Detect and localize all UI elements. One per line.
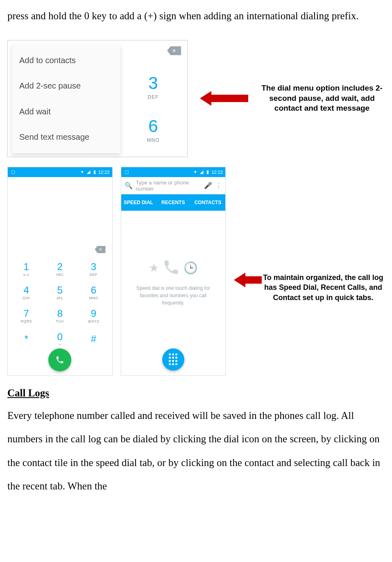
battery-icon: ▮: [93, 169, 96, 175]
wifi-icon: ▾: [194, 169, 197, 175]
status-bar: ▢ ▾ ◢ ▮ 12:22: [121, 167, 226, 177]
speed-dial-graphic: ★ 🕒: [149, 258, 198, 278]
status-bar: ▢ ▾ ◢ ▮ 12:22: [8, 167, 112, 177]
key-hash[interactable]: #: [77, 328, 110, 351]
arrow-left-icon: [200, 91, 248, 106]
key-6-sub: MNO: [147, 137, 160, 143]
wifi-icon: ▾: [81, 169, 84, 175]
clock-icon: 🕒: [184, 261, 198, 275]
tab-contacts[interactable]: CONTACTS: [190, 194, 225, 211]
backspace-icon[interactable]: ✕: [167, 46, 181, 55]
figure-dial-menu: Add to contacts Add 2-sec pause Add wait…: [7, 40, 385, 157]
key-9[interactable]: 9WXYZ: [77, 304, 110, 328]
key-3[interactable]: 3DEF: [77, 257, 110, 281]
figure-tabs: ▢ ▾ ◢ ▮ 12:22 ✕ 1o.o 2ABC 3DEF 4GHI 5JKL…: [7, 167, 385, 376]
keypad: 1o.o 2ABC 3DEF 4GHI 5JKL 6MNO 7PQRS 8TUV…: [8, 257, 112, 351]
key-0[interactable]: 0+: [43, 328, 77, 351]
search-placeholder: Type a name or phone number: [136, 180, 201, 192]
key-1[interactable]: 1o.o: [9, 257, 43, 281]
battery-icon: ▮: [206, 169, 209, 175]
call-button[interactable]: [48, 348, 71, 371]
intro-paragraph: press and hold the 0 key to add a (+) si…: [7, 4, 385, 28]
key-3-sub: DEF: [148, 94, 159, 100]
screenshot-speed-dial: ▢ ▾ ◢ ▮ 12:22 🔍 Type a name or phone num…: [121, 167, 226, 376]
callout-tabs: To maintain organized, the call log has …: [262, 273, 385, 303]
key-3[interactable]: 3 DEF: [120, 73, 186, 100]
arrow-left-icon: [234, 273, 262, 287]
dial-menu-screenshot: Add to contacts Add 2-sec pause Add wait…: [7, 40, 188, 157]
menu-send-text[interactable]: Send text message: [12, 124, 120, 150]
callout-dial-menu: The dial menu option includes 2-second p…: [261, 83, 383, 114]
key-star[interactable]: *: [9, 328, 43, 351]
key-6[interactable]: 6 MNO: [120, 116, 186, 143]
menu-add-contacts[interactable]: Add to contacts: [12, 48, 120, 73]
speed-dial-message: Speed dial is one touch dialing for favo…: [134, 284, 213, 307]
key-3-num: 3: [120, 73, 186, 93]
speed-dial-empty: ★ 🕒 Speed dial is one touch dialing for …: [121, 211, 226, 354]
status-time: 12:22: [98, 170, 110, 175]
key-5[interactable]: 5JKL: [43, 281, 77, 304]
overflow-icon[interactable]: ⋮: [215, 182, 222, 189]
dial-keys-partial: ✕ 3 DEF 6 MNO: [120, 45, 186, 152]
key-7[interactable]: 7PQRS: [9, 304, 43, 328]
tab-speed-dial[interactable]: SPEED DIAL: [121, 194, 156, 211]
star-icon: ★: [149, 261, 159, 275]
dial-popup-menu: Add to contacts Add 2-sec pause Add wait…: [12, 45, 120, 153]
screenshot-dialer: ▢ ▾ ◢ ▮ 12:22 ✕ 1o.o 2ABC 3DEF 4GHI 5JKL…: [7, 167, 113, 376]
signal-icon: ◢: [200, 169, 203, 175]
key-6[interactable]: 6MNO: [77, 281, 110, 304]
menu-add-wait[interactable]: Add wait: [12, 99, 120, 124]
phone-icon: [55, 355, 64, 364]
picture-icon: ▢: [125, 169, 129, 174]
picture-icon: ▢: [11, 169, 15, 174]
tabs-row: SPEED DIAL RECENTS CONTACTS: [121, 194, 226, 211]
dialpad-fab[interactable]: [162, 348, 184, 371]
key-4[interactable]: 4GHI: [9, 281, 43, 304]
signal-icon: ◢: [87, 169, 90, 175]
dial-display: ✕: [8, 177, 112, 257]
key-2[interactable]: 2ABC: [43, 257, 77, 281]
tab-recents[interactable]: RECENTS: [156, 194, 190, 211]
key-8[interactable]: 8TUV: [43, 304, 77, 328]
mic-icon[interactable]: 🎤: [204, 182, 212, 189]
menu-add-pause[interactable]: Add 2-sec pause: [12, 73, 120, 99]
heading-call-logs: Call Logs: [7, 387, 385, 399]
backspace-icon[interactable]: ✕: [95, 246, 106, 253]
dialpad-icon: [169, 353, 177, 365]
search-icon: 🔍: [125, 182, 133, 189]
call-logs-paragraph: Every telephone number called and receiv…: [7, 404, 385, 498]
phone-icon: [162, 258, 180, 278]
key-6-num: 6: [120, 116, 186, 136]
search-bar[interactable]: 🔍 Type a name or phone number 🎤 ⋮: [121, 177, 226, 194]
status-time: 12:22: [211, 170, 223, 175]
